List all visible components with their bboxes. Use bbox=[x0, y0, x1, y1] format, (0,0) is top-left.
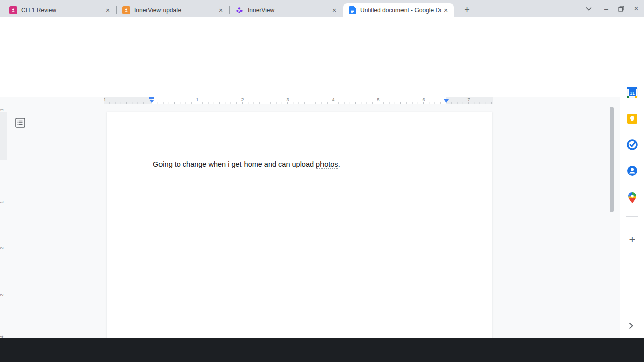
person-favicon-icon bbox=[122, 6, 130, 14]
google-maps-icon[interactable] bbox=[626, 191, 639, 204]
show-document-outline-icon[interactable] bbox=[14, 117, 26, 129]
tab-title: InnerView bbox=[248, 7, 330, 14]
google-calendar-icon[interactable]: 31 bbox=[626, 86, 639, 99]
new-tab-button[interactable]: + bbox=[460, 3, 474, 17]
tab-strip: CH 1 Review × InnerView update × InnerVi… bbox=[0, 0, 644, 17]
svg-text:31: 31 bbox=[630, 90, 635, 96]
bookmarks-bar: K ecler ffed YouTube Untitled Jam - Goo.… bbox=[0, 32, 644, 47]
tab-close-icon[interactable]: × bbox=[104, 6, 112, 14]
tab-ch1-review[interactable]: CH 1 Review × bbox=[4, 3, 116, 17]
document-page[interactable]: Going to change when i get home and can … bbox=[107, 112, 492, 343]
ruler-number: 6 bbox=[421, 97, 426, 102]
tab-innerview[interactable]: InnerView × bbox=[230, 3, 342, 17]
vertical-ruler[interactable]: 1 1 2 3 4 bbox=[0, 104, 7, 338]
google-tasks-icon[interactable] bbox=[626, 138, 639, 151]
ruler-number: 1 bbox=[102, 97, 107, 102]
docs-toolbar: A 100% Normal text Arial – 11 + B I U A bbox=[0, 79, 644, 97]
ruler-number: 1 bbox=[0, 108, 4, 111]
tab-untitled-document-active[interactable]: Untitled document - Google Docs × bbox=[343, 3, 454, 17]
tab-separator bbox=[116, 6, 117, 14]
google-keep-icon[interactable] bbox=[626, 112, 639, 125]
tab-title: InnerView update bbox=[134, 7, 217, 14]
ruler-number: 1 bbox=[0, 201, 4, 203]
ruler-number: 2 bbox=[240, 97, 245, 102]
docs-header: Untitled document File Edit View Insert … bbox=[0, 46, 644, 79]
tab-title: Untitled document - Google Docs bbox=[360, 7, 442, 14]
chromeos-shelf: 10:35 bbox=[0, 338, 644, 362]
google-contacts-icon[interactable] bbox=[626, 164, 639, 177]
hide-side-panel-chevron-icon[interactable] bbox=[626, 321, 636, 331]
google-docs-favicon-icon bbox=[348, 6, 356, 14]
person-favicon-icon bbox=[9, 6, 17, 14]
tab-title: CH 1 Review bbox=[21, 7, 104, 14]
horizontal-ruler[interactable]: 1 1 2 3 4 5 6 7 bbox=[0, 97, 644, 104]
ruler-number: 4 bbox=[0, 335, 4, 338]
tab-separator bbox=[229, 6, 230, 14]
close-window-button[interactable]: × bbox=[629, 0, 644, 17]
ruler-number: 7 bbox=[466, 97, 471, 102]
browser-toolbar: docs.google.com/document/d/1Bi7h4Cyd2JPF… bbox=[0, 17, 644, 32]
ruler-number: 4 bbox=[331, 97, 336, 102]
document-canvas: 1 1 2 3 4 Going to change when i get hom… bbox=[0, 104, 620, 338]
tab-close-icon[interactable]: × bbox=[330, 6, 338, 14]
minimize-button[interactable]: – bbox=[599, 0, 614, 17]
workspace-side-panel: 31 + bbox=[620, 79, 644, 338]
ruler-number: 1 bbox=[195, 97, 200, 102]
ruler-number: 3 bbox=[0, 293, 4, 296]
ruler-number: 5 bbox=[376, 97, 381, 102]
ruler-number: 3 bbox=[285, 97, 290, 102]
tab-innerview-update[interactable]: InnerView update × bbox=[117, 3, 229, 17]
tab-close-icon[interactable]: × bbox=[442, 6, 450, 14]
right-indent-marker[interactable] bbox=[443, 99, 449, 103]
tab-search-chevron-icon[interactable] bbox=[581, 0, 596, 17]
document-text[interactable]: Going to change when i get home and can … bbox=[153, 160, 340, 168]
restore-window-button[interactable] bbox=[614, 0, 629, 17]
side-panel-divider bbox=[626, 216, 638, 217]
grammar-suggestion: photos bbox=[316, 160, 338, 169]
tab-close-icon[interactable]: × bbox=[217, 6, 225, 14]
ruler-number: 2 bbox=[0, 247, 4, 249]
innerview-logo-icon bbox=[235, 6, 244, 14]
left-indent-marker[interactable] bbox=[149, 97, 155, 104]
get-add-ons-button[interactable]: + bbox=[626, 233, 639, 246]
vertical-scrollbar[interactable] bbox=[610, 107, 614, 212]
